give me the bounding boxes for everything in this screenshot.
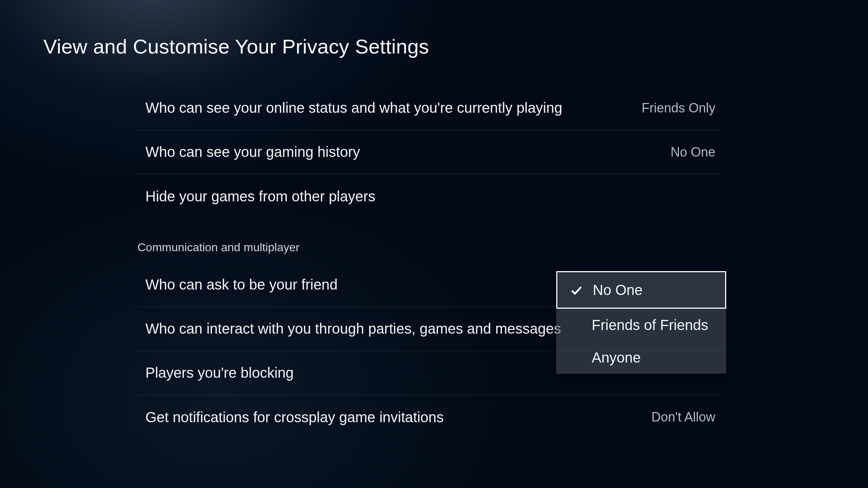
setting-label: Hide your games from other players: [145, 188, 375, 205]
setting-label: Players you're blocking: [145, 365, 294, 381]
setting-value: Don't Allow: [651, 410, 715, 425]
dropdown-option-anyone[interactable]: Anyone: [556, 341, 726, 374]
setting-label: Who can ask to be your friend: [145, 277, 337, 293]
check-icon: [570, 284, 583, 296]
setting-label: Who can see your online status and what …: [145, 100, 562, 116]
dropdown-option-label: Friends of Friends: [592, 317, 708, 333]
setting-label: Get notifications for crossplay game inv…: [145, 409, 444, 425]
dropdown-friend-requests[interactable]: No One Friends of Friends Anyone: [556, 271, 726, 374]
dropdown-option-label: No One: [593, 282, 643, 298]
setting-value: No One: [671, 145, 715, 160]
setting-label: Who can interact with you through partie…: [145, 321, 561, 337]
settings-list: Who can see your online status and what …: [137, 86, 723, 439]
setting-hide-games[interactable]: Hide your games from other players: [137, 174, 723, 218]
section-header-communication: Communication and multiplayer: [137, 241, 723, 263]
setting-label: Who can see your gaming history: [145, 144, 360, 160]
setting-crossplay-notifications[interactable]: Get notifications for crossplay game inv…: [137, 395, 723, 439]
setting-gaming-history[interactable]: Who can see your gaming history No One: [137, 130, 723, 174]
dropdown-option-friends-of-friends[interactable]: Friends of Friends: [556, 309, 726, 341]
setting-online-status[interactable]: Who can see your online status and what …: [137, 86, 723, 130]
dropdown-option-label: Anyone: [592, 350, 641, 366]
dropdown-option-no-one[interactable]: No One: [556, 271, 726, 309]
section-spacer: [137, 218, 723, 241]
setting-value: Friends Only: [642, 100, 715, 116]
page-title: View and Customise Your Privacy Settings: [43, 35, 429, 58]
